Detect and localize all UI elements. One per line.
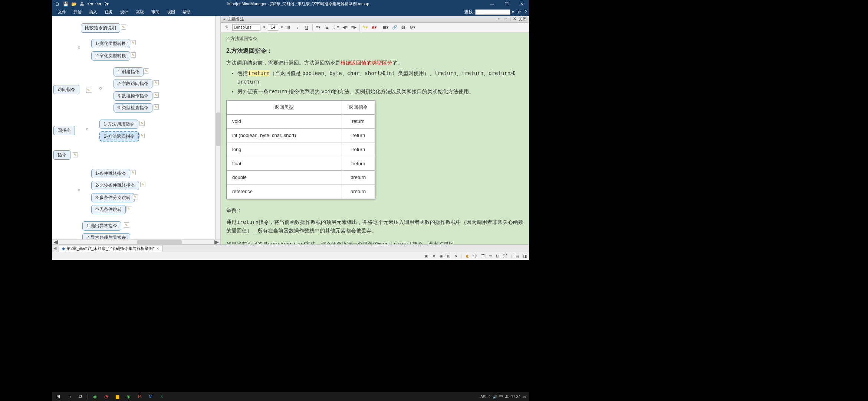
filter-icon[interactable]: ▼ [432,254,436,258]
node-uncond[interactable]: 4-无条件跳转 [91,205,126,214]
node-narrow[interactable]: 2-窄化类型转换 [91,51,130,61]
start-button[interactable]: ⊞ [53,392,64,401]
close-button[interactable]: ✕ [514,1,529,6]
excel-icon[interactable]: X [156,392,167,401]
table-button[interactable]: ▦▾ [382,24,389,31]
font-color-button[interactable]: A▾ [371,24,378,31]
note-icon[interactable]: ✎ [86,88,91,93]
search-input[interactable] [475,9,510,15]
status-icon[interactable]: ▣ [424,254,428,258]
node-widen[interactable]: 1-宽化类型转换 [91,39,130,48]
node-return-root[interactable]: 回指令 [53,126,75,135]
open-icon[interactable]: 📂 [71,1,76,7]
search-icon[interactable]: ⌕ [64,392,75,401]
minimize-button[interactable]: — [484,1,499,6]
canvas-horizontal-scrollbar[interactable]: ◀ ▶ [52,239,220,244]
underline-button[interactable]: U [303,24,310,31]
status-icon[interactable]: ▭ [489,254,492,258]
menu-help[interactable]: 帮助 [179,9,194,15]
node-array[interactable]: 3-数组操作指令 [114,91,152,101]
font-dropdown-icon[interactable]: ▼ [263,26,266,29]
node-mreturn[interactable]: 2-方法返回指令 [99,131,139,141]
powerpoint-icon[interactable]: P [134,392,145,401]
menu-design[interactable]: 设计 [116,9,132,15]
notes-body[interactable]: 2-方法返回指令 2.方法返回指令： 方法调用结束前，需要进行返回。方法返回指令… [221,32,529,244]
maximize-button[interactable]: ❐ [499,1,514,6]
tray-time[interactable]: 17:34 [511,395,520,399]
undo-icon[interactable]: ↶▾ [88,1,93,7]
status-icon[interactable]: ⊞ [447,254,450,258]
node-field[interactable]: 2-字段访问指令 [114,79,152,88]
menu-advanced[interactable]: 高级 [132,9,148,15]
status-icon[interactable]: ⛶ [503,254,507,258]
menu-review[interactable]: 审阅 [148,9,163,15]
align-button[interactable]: ≡▾ [315,24,322,31]
close-label[interactable]: 关闭 [519,16,527,22]
scroll-right-icon[interactable]: ▶ [213,238,220,244]
link-button[interactable]: 🔗 [391,24,398,31]
note-icon[interactable]: ✎ [144,68,149,74]
status-icon[interactable]: ◉ [440,254,443,258]
size-dropdown-icon[interactable]: ▼ [280,26,283,29]
note-icon[interactable]: ✎ [154,104,159,110]
bulletlist-button[interactable]: ⋮≡ [333,24,339,31]
tray-volume-icon[interactable]: 🔊 [493,395,497,399]
menu-insert[interactable]: 插入 [85,9,101,15]
bold-button[interactable]: B [286,24,292,31]
scroll-left-icon[interactable]: ◀ [52,238,59,244]
menu-file[interactable]: 文件 [54,9,70,15]
menu-task[interactable]: 任务 [101,9,116,15]
status-icon[interactable]: ▤ [516,254,519,258]
note-icon[interactable]: ✎ [124,222,129,228]
save-icon[interactable]: 💾 [63,1,68,7]
note-icon[interactable]: ✎ [131,52,136,58]
next-icon[interactable]: → [503,16,507,22]
status-icon[interactable]: ◐ [466,254,470,258]
status-icon[interactable]: ☰ [481,254,485,258]
status-icon[interactable]: ✕ [454,254,457,258]
note-icon[interactable]: ✎ [139,121,145,126]
numlist-button[interactable]: ≣ [324,24,331,31]
note-icon[interactable]: ✎ [154,92,159,98]
mindmap-canvas[interactable]: 比较指令的说明 ✎ 1-宽化类型转换 ✎ 2-窄化类型转换 ✎ 访问指令 ✎ 1… [52,16,221,244]
help-dropdown-icon[interactable]: ?▾ [104,1,109,7]
node-instr-root[interactable]: 指令 [53,150,70,160]
menu-view[interactable]: 视图 [163,9,179,15]
node-compare[interactable]: 比较指令的说明 [81,23,120,33]
highlight-icon[interactable]: ✎ [223,24,230,31]
node-access-root[interactable]: 访问指令 [53,85,79,94]
note-icon[interactable]: ✎ [73,152,78,157]
document-tab[interactable]: ◆ 第2章_尚硅谷_宋红康_字节码指令集与解析举例* ✕ [59,245,162,252]
note-icon[interactable]: ✎ [126,206,131,211]
fontsize-select[interactable] [268,24,278,31]
more-button[interactable]: ⚙▾ [409,24,416,31]
note-icon[interactable]: ✎ [139,133,145,138]
note-icon[interactable]: ✎ [140,182,145,187]
status-icon[interactable]: ◨ [523,254,527,258]
note-icon[interactable]: ✎ [154,80,159,85]
print-icon[interactable]: 🖶 [79,1,85,7]
note-icon[interactable]: ✎ [131,40,136,45]
note-icon[interactable]: ✎ [121,25,126,30]
close-x-icon[interactable]: ✕ [513,16,516,22]
font-select[interactable] [232,24,260,31]
app-icon[interactable]: ◔ [101,392,112,401]
tray-notifications-icon[interactable]: ▭ [523,395,526,399]
note-icon[interactable]: ✎ [133,194,138,199]
mindmanager-icon[interactable]: M [145,392,156,401]
status-icon[interactable]: ⊡ [496,254,499,258]
tray-network-icon[interactable]: 🖧 [505,395,509,399]
node-invoke[interactable]: 1-方法调用指令 [99,120,138,129]
node-cmpcond[interactable]: 2-比较条件跳转指令 [91,181,139,190]
tray-arrow-icon[interactable]: ^ [489,395,490,399]
italic-button[interactable]: I [295,24,301,31]
node-create[interactable]: 1-创建指令 [114,67,144,76]
cloud-icon[interactable]: ⟳ [518,10,521,14]
help-icon[interactable]: ? [525,10,527,14]
chrome2-icon[interactable]: ◉ [123,392,134,401]
redo-icon[interactable]: ↷▾ [96,1,101,7]
node-multi[interactable]: 3-多条件分支跳转 [91,193,135,202]
canvas-vertical-scrollbar[interactable] [215,16,220,239]
chrome-icon[interactable]: ◉ [89,392,101,401]
taskview-icon[interactable]: ⧉ [75,392,86,401]
